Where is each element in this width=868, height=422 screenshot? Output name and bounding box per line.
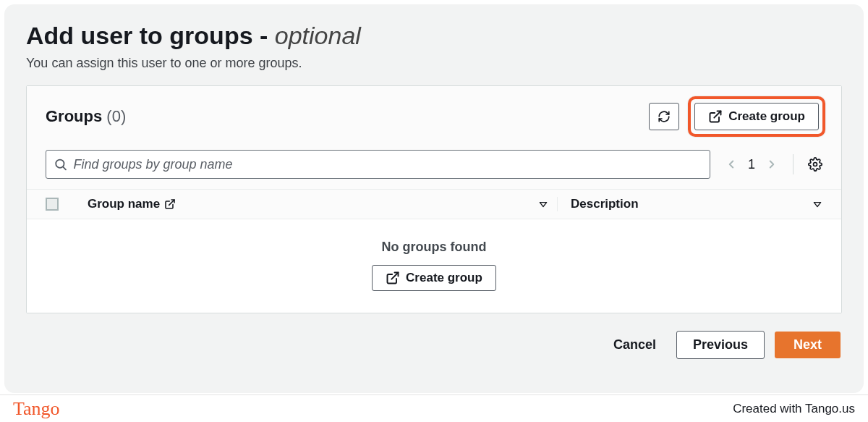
groups-panel: Groups (0) Create group (26, 85, 842, 313)
next-button[interactable]: Next (775, 332, 841, 358)
select-all-checkbox[interactable] (46, 198, 59, 211)
create-group-highlight: Create group (688, 96, 825, 137)
cancel-button[interactable]: Cancel (603, 332, 666, 358)
external-link-icon (164, 198, 176, 210)
sort-description[interactable] (812, 199, 822, 209)
page-next-button[interactable] (762, 155, 781, 174)
column-description-label: Description (571, 197, 639, 211)
svg-line-4 (169, 200, 174, 205)
search-row: 1 (27, 144, 841, 189)
page-container: Add user to groups - optional You can as… (4, 4, 864, 393)
column-group-name[interactable]: Group name (88, 197, 558, 211)
divider (793, 154, 793, 174)
svg-line-0 (715, 111, 721, 118)
pagination: 1 (722, 155, 781, 174)
refresh-icon (658, 109, 671, 124)
create-group-label: Create group (728, 109, 805, 124)
page-title-sep: - (253, 22, 275, 49)
svg-point-3 (814, 163, 817, 166)
previous-button[interactable]: Previous (676, 331, 765, 359)
search-input[interactable] (73, 157, 702, 172)
svg-marker-6 (814, 203, 820, 207)
groups-count: (0) (106, 107, 126, 125)
search-icon (54, 157, 67, 172)
search-box[interactable] (46, 150, 710, 179)
svg-marker-5 (540, 203, 546, 207)
page-title-optional: optional (275, 22, 361, 49)
wizard-nav: Cancel Previous Next (26, 313, 842, 359)
page-number: 1 (748, 157, 755, 172)
external-link-icon (386, 271, 400, 285)
panel-title-text: Groups (46, 107, 102, 125)
panel-title: Groups (0) (46, 107, 126, 126)
tango-logo: Tango (13, 398, 60, 420)
table-header: Group name Description (27, 189, 841, 219)
sort-group-name[interactable] (538, 199, 548, 209)
header-actions: Create group (649, 96, 825, 137)
empty-create-group-button[interactable]: Create group (372, 265, 496, 291)
settings-button[interactable] (805, 154, 825, 174)
create-group-button[interactable]: Create group (694, 103, 819, 130)
select-all-cell (46, 198, 88, 211)
sort-icon (812, 199, 822, 209)
chevron-right-icon (765, 158, 778, 171)
svg-line-2 (63, 167, 66, 170)
page-title: Add user to groups - optional (26, 22, 842, 50)
chevron-left-icon (725, 158, 738, 171)
gear-icon (808, 157, 822, 172)
empty-state: No groups found Create group (27, 219, 841, 313)
empty-message: No groups found (27, 240, 841, 255)
panel-header: Groups (0) Create group (27, 86, 841, 144)
svg-line-7 (391, 273, 398, 279)
empty-create-group-label: Create group (406, 271, 482, 285)
column-group-name-label-wrap: Group name (88, 197, 176, 211)
external-link-icon (708, 109, 723, 124)
page-title-main: Add user to groups (26, 22, 253, 49)
sort-icon (538, 199, 548, 209)
page-subtitle: You can assign this user to one or more … (26, 56, 842, 71)
refresh-button[interactable] (649, 103, 679, 130)
page-prev-button[interactable] (722, 155, 741, 174)
branding-bar: Tango Created with Tango.us (0, 394, 868, 422)
column-group-name-label: Group name (88, 197, 160, 211)
column-description[interactable]: Description (558, 197, 822, 211)
tango-credit: Created with Tango.us (733, 402, 855, 416)
